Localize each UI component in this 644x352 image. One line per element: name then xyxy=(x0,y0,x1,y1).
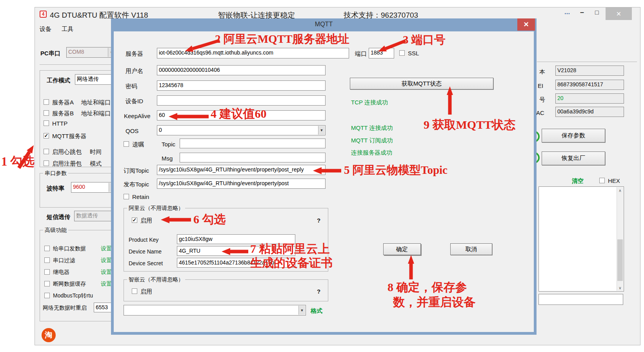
annotation-7-line2: 生成的设备证书 xyxy=(250,257,333,269)
separator xyxy=(40,64,114,65)
register-checkbox[interactable] xyxy=(44,160,49,166)
sms-value: 数据透传 xyxy=(76,212,98,219)
relay-label: 继电器 xyxy=(53,269,69,276)
http-checkbox[interactable] xyxy=(44,120,49,126)
work-mode-label: 工作模式 xyxy=(47,77,70,84)
status-mqtt-connect: MQTT 连接成功 xyxy=(351,124,393,132)
scroll-down-icon[interactable]: ∨ xyxy=(617,285,623,291)
qos-combo[interactable]: 0 ▼ xyxy=(157,125,326,135)
username-value: 00000000200000010406 xyxy=(159,67,220,73)
qos-label: QOS xyxy=(126,128,138,134)
annotation-4: 4 建议值60 xyxy=(211,108,267,120)
server-a-label: 服务器A xyxy=(52,99,74,106)
port-input[interactable]: 1883 xyxy=(369,48,394,58)
ssl-checkbox[interactable] xyxy=(399,50,405,56)
dialog-titlebar[interactable]: MQTT ✕ xyxy=(111,18,537,31)
ssl-label: SSL xyxy=(408,50,419,57)
status-server-connect: 连接服务器成功 xyxy=(351,149,392,157)
aliyun-group-title: 阿里云（不用请忽略） xyxy=(127,205,185,212)
dialog-close-button[interactable]: ✕ xyxy=(517,18,535,31)
baud-combo[interactable]: 9600 ▼ xyxy=(71,182,116,193)
product-key-label: Product Key xyxy=(129,237,158,243)
pub-topic-input[interactable]: /sys/gc10iuSX8gw/4G_RTU/thing/event/prop… xyxy=(157,179,326,189)
taobao-icon[interactable]: 淘 xyxy=(42,328,56,342)
scroll-up-icon[interactable]: ∧ xyxy=(617,187,623,193)
get-mqtt-status-button[interactable]: 获取MQTT状态 xyxy=(350,78,493,89)
offline-cache-settings-link[interactable]: 设置 xyxy=(101,281,112,288)
serial-filter-settings-link[interactable]: 设置 xyxy=(101,257,112,264)
mqtt-server-checkbox[interactable]: ✓ xyxy=(44,133,49,139)
password-input[interactable]: 12345678 xyxy=(157,80,326,91)
modbus-checkbox[interactable] xyxy=(44,293,50,298)
format-combo[interactable]: ▼ xyxy=(124,305,306,316)
zhiqian-enable-checkbox[interactable] xyxy=(132,288,137,294)
log-scrollbar[interactable]: ∧ ∨ xyxy=(617,187,623,291)
retain-checkbox[interactable] xyxy=(124,194,129,199)
device-name-label: Device Name xyxy=(129,248,162,255)
more-button[interactable]: ... xyxy=(564,8,570,16)
will-topic-label: Topic xyxy=(162,141,175,148)
username-input[interactable]: 00000000200000010406 xyxy=(157,65,326,75)
sub-topic-value: /sys/gc10iuSX8gw/4G_RTU/thing/event/prop… xyxy=(159,166,304,173)
close-button[interactable]: ✕ xyxy=(606,7,632,20)
cancel-button[interactable]: 取消 xyxy=(450,243,492,255)
zhiqian-group: 智嵌云（不用请忽略） 启用 ? xyxy=(124,279,328,301)
scrollbar-thumb[interactable] xyxy=(617,239,623,281)
pc-serial-label: PC串口 xyxy=(40,50,60,57)
status-mqtt-subscribe: MQTT 订阅成功 xyxy=(351,137,393,144)
serial-filter-checkbox[interactable] xyxy=(44,257,50,263)
password-value: 12345678 xyxy=(159,82,183,88)
pc-serial-value: COM8 xyxy=(68,49,84,55)
device-secret-label: Device Secret xyxy=(129,260,163,266)
menu-device[interactable]: 设备 xyxy=(40,26,51,33)
imei-label: EI xyxy=(538,82,543,89)
send-input[interactable] xyxy=(538,294,623,305)
retain-label: Retain xyxy=(132,193,149,200)
will-topic-input[interactable] xyxy=(180,139,326,148)
pc-serial-combo[interactable]: COM8 ▼ xyxy=(66,47,115,58)
port-value: 1883 xyxy=(371,49,383,56)
device-id-input[interactable] xyxy=(157,95,326,106)
pub-topic-value: /sys/gc10iuSX8gw/4G_RTU/thing/event/prop… xyxy=(159,180,289,186)
ok-button[interactable]: 确定 xyxy=(383,243,421,255)
qos-value: 0 xyxy=(159,127,162,133)
sub-topic-input[interactable]: /sys/gc10iuSX8gw/4G_RTU/thing/event/prop… xyxy=(157,165,326,175)
will-checkbox[interactable] xyxy=(124,141,129,147)
factory-reset-button[interactable]: 恢复出厂 xyxy=(542,151,605,165)
password-label: 密码 xyxy=(126,83,137,90)
device-name-value: 4G_RTU xyxy=(179,248,200,254)
sub-topic-label: 订阅Topic xyxy=(124,167,149,175)
offline-cache-checkbox[interactable] xyxy=(44,281,50,286)
clear-log-link[interactable]: 清空 xyxy=(572,177,584,185)
server-b-extra-label: 地址和端口 xyxy=(81,110,111,117)
maximize-button[interactable]: □ xyxy=(595,9,599,16)
http-label: HTTP xyxy=(52,120,67,127)
serial-params-title: 串口参数 xyxy=(43,170,68,177)
app-logo-icon: 4 xyxy=(40,11,47,18)
log-area[interactable]: ∧ ∨ xyxy=(538,186,624,292)
annotation-6: 6 勾选 xyxy=(193,213,226,226)
save-params-button[interactable]: 保存参数 xyxy=(542,129,605,142)
send-serial-settings-link[interactable]: 设置 xyxy=(101,245,112,252)
minimize-button[interactable]: – xyxy=(580,8,584,16)
heartbeat-checkbox[interactable] xyxy=(44,149,49,154)
chevron-down-icon[interactable]: ▼ xyxy=(318,126,325,135)
server-b-checkbox[interactable] xyxy=(44,110,49,116)
send-serial-label: 给串口发数据 xyxy=(53,245,86,252)
annotation-7-line1: 7 粘贴阿里云上 xyxy=(250,243,330,255)
imei-field: 868739058741517 xyxy=(555,80,624,90)
zhiqian-help-icon[interactable]: ? xyxy=(317,288,320,295)
chevron-down-icon[interactable]: ▼ xyxy=(298,306,305,315)
will-msg-label: Msg xyxy=(162,155,173,162)
will-msg-input[interactable] xyxy=(180,153,326,162)
send-serial-checkbox[interactable] xyxy=(44,246,50,251)
aliyun-help-icon[interactable]: ? xyxy=(317,217,320,224)
dialog-title: MQTT xyxy=(111,21,537,28)
hex-checkbox[interactable] xyxy=(599,178,605,183)
status-tcp: TCP 连接成功 xyxy=(351,99,388,106)
server-a-checkbox[interactable] xyxy=(44,99,49,105)
aliyun-enable-checkbox[interactable]: ✓ xyxy=(132,217,137,223)
relay-checkbox[interactable] xyxy=(44,269,50,275)
server-input[interactable]: iot-06z00c4d316qs96.mqtt.iothub.aliyuncs… xyxy=(157,48,349,58)
menu-tools[interactable]: 工具 xyxy=(62,26,73,33)
